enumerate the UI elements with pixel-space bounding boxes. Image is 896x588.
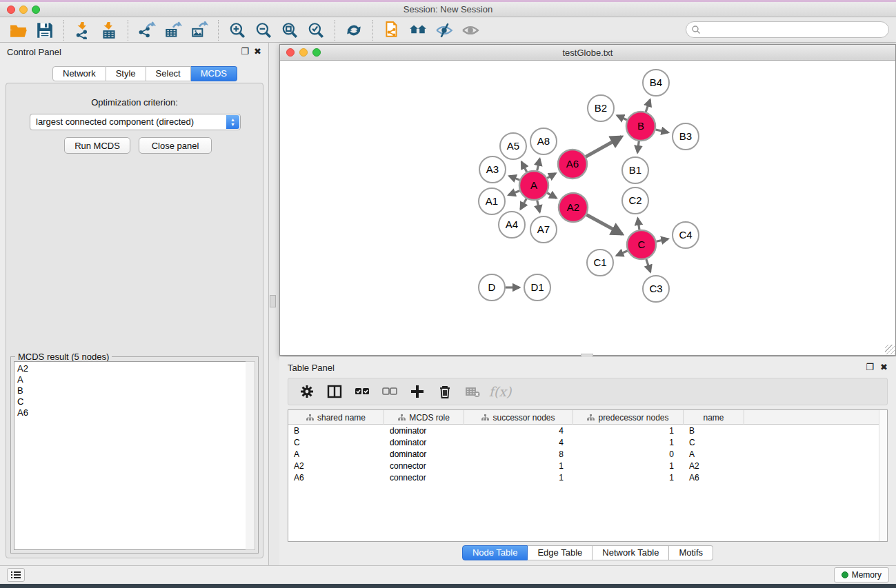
edge-B-B1[interactable]	[637, 141, 639, 152]
tab-edge-table[interactable]: Edge Table	[528, 545, 593, 560]
edge-A2-C[interactable]	[586, 215, 622, 234]
close-panel-icon[interactable]: ✖	[254, 46, 261, 57]
edge-C-C4[interactable]	[656, 239, 668, 242]
column-header-shared-name[interactable]: shared name	[288, 410, 384, 425]
edge-A-A7[interactable]	[537, 200, 540, 212]
tab-network-table[interactable]: Network Table	[593, 545, 669, 560]
tab-mcds[interactable]: MCDS	[191, 66, 237, 81]
graph-node-C3[interactable]: C3	[643, 276, 669, 302]
edge-C-C1[interactable]	[617, 251, 628, 256]
tab-select[interactable]: Select	[146, 66, 191, 81]
graph-node-C1[interactable]: C1	[587, 250, 613, 276]
window-titlebar[interactable]: Session: New Session	[0, 2, 896, 17]
close-panel-button[interactable]: Close panel	[139, 137, 212, 154]
edge-A-A3[interactable]	[509, 176, 519, 180]
refresh-button[interactable]	[341, 19, 367, 41]
select-all-button[interactable]	[353, 383, 371, 401]
show-all-button[interactable]	[457, 19, 484, 41]
graph-node-A1[interactable]: A1	[479, 188, 505, 214]
tab-node-table[interactable]: Node Table	[462, 545, 528, 560]
node-table[interactable]: shared nameMCDS rolesuccessor nodesprede…	[288, 409, 888, 542]
zoom-in-button[interactable]	[224, 19, 250, 41]
column-header-predecessor-nodes[interactable]: predecessor nodes	[573, 410, 684, 425]
column-header-MCDS-role[interactable]: MCDS role	[384, 410, 464, 425]
edge-C-C3[interactable]	[646, 259, 650, 272]
export-table-button[interactable]	[160, 19, 186, 41]
float-table-panel-icon[interactable]: ❐	[866, 362, 874, 373]
maximize-window-button[interactable]	[32, 6, 40, 14]
zoom-fit-button[interactable]	[277, 19, 303, 41]
table-row[interactable]: Adominator80A	[288, 449, 887, 460]
edge-A6-B[interactable]	[586, 137, 621, 157]
result-list-item[interactable]: A	[17, 374, 246, 385]
tab-motifs[interactable]: Motifs	[669, 545, 713, 560]
graph-node-B[interactable]: B	[626, 112, 655, 141]
save-button[interactable]	[32, 19, 58, 41]
zoom-out-button[interactable]	[250, 19, 277, 41]
network-view-window[interactable]: testGlobe.txt B4B2BB3A8A5A6B1A3AC2A1A2A4…	[279, 44, 896, 356]
trash-button[interactable]	[436, 383, 454, 401]
table-scrollbar[interactable]	[879, 410, 887, 541]
graph-node-A5[interactable]: A5	[500, 133, 526, 159]
graph-node-A2[interactable]: A2	[559, 193, 588, 222]
graph-node-A3[interactable]: A3	[479, 156, 506, 183]
split-view-button[interactable]	[326, 383, 344, 401]
edge-B-B4[interactable]	[646, 100, 650, 112]
graph-node-D1[interactable]: D1	[524, 274, 550, 301]
tab-network[interactable]: Network	[52, 66, 106, 81]
table-row[interactable]: A2connector11A2	[288, 460, 887, 472]
result-list-item[interactable]: C	[17, 396, 246, 407]
edge-A-A2[interactable]	[547, 193, 556, 199]
column-header-successor-nodes[interactable]: successor nodes	[464, 410, 573, 425]
graph-node-A8[interactable]: A8	[530, 128, 557, 154]
edge-B-B2[interactable]	[617, 116, 627, 120]
graph-node-A4[interactable]: A4	[499, 212, 525, 238]
vertical-splitter-handle[interactable]	[270, 295, 276, 307]
network-window-titlebar[interactable]: testGlobe.txt	[280, 45, 895, 61]
close-table-panel-icon[interactable]: ✖	[880, 362, 888, 373]
network-canvas[interactable]: B4B2BB3A8A5A6B1A3AC2A1A2A4A7C4CC1C3DD1	[281, 61, 895, 355]
run-mcds-button[interactable]: Run MCDS	[64, 137, 130, 154]
gear-button[interactable]	[298, 383, 316, 401]
edge-A-A5[interactable]	[521, 162, 527, 172]
graph-node-C2[interactable]: C2	[622, 187, 648, 214]
float-panel-icon[interactable]: ❐	[241, 46, 249, 57]
panel-menu-button[interactable]	[7, 568, 25, 582]
graph-node-B1[interactable]: B1	[622, 157, 648, 183]
import-network-button[interactable]	[70, 19, 96, 41]
graph-node-A6[interactable]: A6	[558, 150, 587, 179]
hide-selected-button[interactable]	[431, 19, 457, 41]
result-list-item[interactable]: A2	[17, 363, 246, 374]
deselect-all-button[interactable]	[381, 383, 399, 401]
open-folder-button[interactable]	[6, 19, 32, 41]
edge-B-B3[interactable]	[655, 130, 668, 132]
graph-node-C4[interactable]: C4	[673, 222, 699, 248]
edge-A-A8[interactable]	[537, 159, 540, 170]
table-row[interactable]: Bdominator41B	[288, 425, 887, 436]
memory-button[interactable]: Memory	[834, 567, 889, 582]
close-window-button[interactable]	[7, 6, 15, 14]
export-image-button[interactable]	[186, 19, 212, 41]
add-column-button[interactable]	[408, 383, 426, 401]
graph-node-B3[interactable]: B3	[673, 123, 699, 150]
graph-node-A[interactable]: A	[519, 171, 548, 200]
search-input[interactable]	[686, 21, 889, 38]
first-neighbors-button[interactable]	[405, 19, 431, 41]
edge-C-C2[interactable]	[638, 219, 639, 230]
graph-node-B4[interactable]: B4	[643, 70, 669, 96]
result-list-item[interactable]: B	[17, 385, 246, 396]
result-list-scrollbar[interactable]	[246, 361, 255, 550]
edge-A-A1[interactable]	[508, 191, 519, 195]
mcds-result-list[interactable]: A2ABCA6	[14, 361, 247, 550]
result-list-item[interactable]: A6	[17, 407, 246, 418]
graph-node-C[interactable]: C	[627, 230, 656, 259]
export-network-button[interactable]	[134, 19, 160, 41]
table-row[interactable]: Cdominator41C	[288, 437, 887, 448]
graph-node-B2[interactable]: B2	[588, 95, 614, 121]
edge-A-A6[interactable]	[547, 174, 555, 179]
column-header-name[interactable]: name	[684, 410, 744, 425]
graph-node-D[interactable]: D	[479, 274, 505, 301]
import-table-button[interactable]	[96, 19, 122, 41]
minimize-window-button[interactable]	[19, 6, 28, 14]
graph-node-A7[interactable]: A7	[530, 216, 557, 243]
